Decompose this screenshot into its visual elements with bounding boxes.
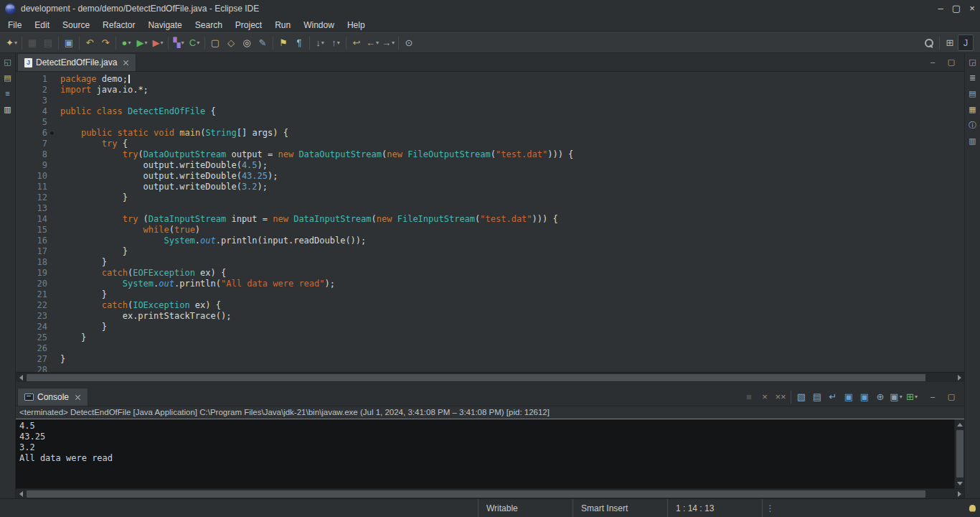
line-number[interactable]: 8 xyxy=(16,149,55,160)
info-shortcut-button[interactable]: ⓘ xyxy=(966,118,979,132)
code-line[interactable]: 19 catch(EOFException ex) { xyxy=(16,268,964,279)
console-output[interactable]: 4.543.253.2All data were read xyxy=(16,419,954,488)
scroll-thumb[interactable] xyxy=(27,490,925,498)
editor-tab[interactable]: J DetectEndOfFile.java xyxy=(17,53,136,71)
line-number[interactable]: 3 xyxy=(16,96,55,106)
open-type-button[interactable]: ◇ xyxy=(223,34,239,51)
code-line[interactable]: 17 } xyxy=(16,246,964,257)
code-line[interactable]: 28 xyxy=(16,365,964,372)
scroll-down-button[interactable] xyxy=(955,478,965,488)
code-line[interactable]: 11 output.writeDouble(3.2); xyxy=(16,182,964,192)
run-button[interactable]: ▶▾ xyxy=(134,34,150,51)
show-console-stderr-button[interactable]: ▣ xyxy=(857,388,872,405)
line-number[interactable]: 28 xyxy=(16,365,55,372)
code-line[interactable]: 23 ex.printStackTrace(); xyxy=(16,311,964,322)
mark-occurrences-button[interactable]: ⚑ xyxy=(275,34,291,51)
code-line[interactable]: 14 try (DataInputStream input = new Data… xyxy=(16,214,964,225)
line-number[interactable]: 4 xyxy=(16,106,55,117)
minimize-view-button[interactable]: – xyxy=(927,56,938,69)
open-perspective-button[interactable]: ⊞ xyxy=(942,34,958,51)
code-line[interactable]: 24 } xyxy=(16,322,964,332)
code-line[interactable]: 20 System.out.println("All data were rea… xyxy=(16,279,964,289)
line-number[interactable]: 7 xyxy=(16,139,55,149)
open-console-button[interactable]: ▣ xyxy=(61,34,77,51)
notifications-icon[interactable] xyxy=(964,499,980,517)
code-editor[interactable]: 1package demo;2import java.io.*;34public… xyxy=(16,72,964,372)
code-line[interactable]: 15 while(true) xyxy=(16,225,964,236)
restore-left-views-button[interactable]: ◱ xyxy=(1,55,14,69)
scroll-right-button[interactable] xyxy=(954,373,964,383)
last-edit-location-button[interactable]: ↩ xyxy=(349,34,364,51)
code-line[interactable]: 18 } xyxy=(16,257,964,268)
code-line[interactable]: 5 xyxy=(16,117,964,128)
menu-navigate[interactable]: Navigate xyxy=(141,19,188,32)
line-number[interactable]: 24 xyxy=(16,322,55,332)
pin-console-button[interactable]: ⊕ xyxy=(872,388,888,405)
menu-source[interactable]: Source xyxy=(56,19,96,32)
line-number[interactable]: 23 xyxy=(16,311,55,322)
statusbar-overflow[interactable]: ⋮ xyxy=(762,499,778,517)
code-line[interactable]: 9 output.writeDouble(4.5); xyxy=(16,160,964,171)
code-line[interactable]: 7 try { xyxy=(16,139,964,149)
menu-file[interactable]: File xyxy=(1,19,28,32)
editor-hscroll-track[interactable] xyxy=(26,374,954,381)
new-wizard-button[interactable]: ✦▾ xyxy=(4,34,19,51)
console-tab[interactable]: Console xyxy=(17,388,88,406)
line-number[interactable]: 9 xyxy=(16,160,55,171)
line-number[interactable]: 27 xyxy=(16,354,55,365)
previous-annotation-button[interactable]: ↑▾ xyxy=(328,34,344,51)
scroll-left-button[interactable] xyxy=(16,489,26,499)
line-number[interactable]: 13 xyxy=(16,203,55,214)
line-number[interactable]: 12 xyxy=(16,192,55,203)
snippets-shortcut-button[interactable]: ▦ xyxy=(966,103,979,116)
pin-editor-button[interactable]: ⊙ xyxy=(401,34,417,51)
menu-window[interactable]: Window xyxy=(297,19,341,32)
line-number[interactable]: 5 xyxy=(16,117,55,128)
new-java-class-button[interactable]: C▾ xyxy=(187,34,202,51)
line-number[interactable]: 25 xyxy=(16,332,55,343)
line-number[interactable]: 6 xyxy=(16,128,55,139)
task-list-shortcut-button[interactable]: ▤ xyxy=(966,87,979,101)
code-line[interactable]: 16 System.out.println(input.readDouble()… xyxy=(16,236,964,246)
line-number[interactable]: 16 xyxy=(16,236,55,246)
close-console-icon[interactable] xyxy=(75,394,81,401)
scroll-up-button[interactable] xyxy=(955,419,965,429)
code-line[interactable]: 8 try(DataOutputStream output = new Data… xyxy=(16,149,964,160)
show-console-stdout-button[interactable]: ▣ xyxy=(841,388,857,405)
menu-refactor[interactable]: Refactor xyxy=(96,19,141,32)
forward-button[interactable]: →▾ xyxy=(380,34,396,51)
menu-edit[interactable]: Edit xyxy=(28,19,56,32)
line-number[interactable]: 1 xyxy=(16,74,55,85)
save-all-button[interactable]: ▤ xyxy=(40,34,56,51)
run-external-tools-button[interactable]: ▶▾ xyxy=(150,34,166,51)
line-number[interactable]: 22 xyxy=(16,300,55,311)
redo-button[interactable]: ↷ xyxy=(98,34,113,51)
close-tab-icon[interactable] xyxy=(123,60,129,66)
clear-console-button[interactable]: ▧ xyxy=(793,388,809,405)
code-line[interactable]: 3 xyxy=(16,96,964,106)
coverage-button[interactable]: ▚▾ xyxy=(171,34,187,51)
code-line[interactable]: 12 } xyxy=(16,192,964,203)
console-vscrollbar[interactable] xyxy=(954,419,964,488)
code-line[interactable]: 26 xyxy=(16,343,964,354)
menu-run[interactable]: Run xyxy=(268,19,297,32)
restore-right-views-button[interactable]: ◲ xyxy=(966,55,979,69)
save-button[interactable]: ▦ xyxy=(24,34,40,51)
code-line[interactable]: 10 output.writeDouble(43.25); xyxy=(16,171,964,182)
menu-project[interactable]: Project xyxy=(229,19,268,32)
code-line[interactable]: 21 } xyxy=(16,289,964,300)
open-console-dropdown-button[interactable]: ⊞▾ xyxy=(904,388,920,405)
line-number[interactable]: 17 xyxy=(16,246,55,257)
line-number[interactable]: 14 xyxy=(16,214,55,225)
code-line[interactable]: 25 } xyxy=(16,332,964,343)
scroll-thumb[interactable] xyxy=(27,374,925,381)
find-actions-button[interactable] xyxy=(921,34,937,51)
code-line[interactable]: 2import java.io.*; xyxy=(16,85,964,96)
menu-search[interactable]: Search xyxy=(189,19,229,32)
scroll-thumb[interactable] xyxy=(956,430,963,478)
code-line[interactable]: 4public class DetectEndOfFile { xyxy=(16,106,964,117)
scroll-lock-button[interactable]: ▤ xyxy=(809,388,825,405)
package-explorer-shortcut-button[interactable]: ▤ xyxy=(1,71,14,85)
console-vscroll-track[interactable] xyxy=(955,429,964,478)
search-flashlight-button[interactable]: ◎ xyxy=(239,34,255,51)
